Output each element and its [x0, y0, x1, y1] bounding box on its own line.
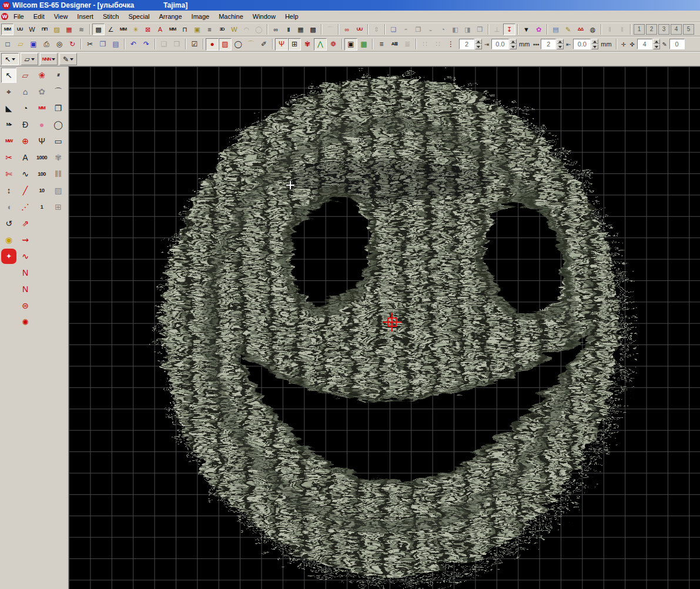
length-field[interactable]: 0.0 [573, 39, 591, 49]
line-red-tool[interactable]: ╱ [18, 183, 33, 198]
dash-red-tool[interactable]: ⇝ [18, 232, 33, 247]
flower-image-icon[interactable]: ❁ [327, 38, 340, 51]
select-mode-button[interactable]: ↖ [1, 53, 19, 65]
overlap-8-icon[interactable]: ❒ [474, 24, 486, 35]
group-button[interactable]: ❏ [158, 38, 170, 51]
ungroup-button[interactable]: ❒ [170, 38, 183, 51]
cut-button[interactable]: ✂ [83, 38, 96, 51]
menu-item-view[interactable]: View [50, 12, 72, 21]
length-spinner[interactable] [591, 39, 598, 49]
raised-satin-icon[interactable]: MM [166, 24, 179, 35]
photo-icon[interactable]: ▣ [344, 38, 357, 51]
motif-fill-icon[interactable]: ▩ [92, 24, 105, 35]
reshape-tool[interactable]: ▱ [18, 68, 33, 83]
thread-colors-tool[interactable]: ‖‖ [51, 166, 66, 182]
print-button[interactable]: ⎙ [40, 38, 53, 51]
thread-b-icon[interactable]: ‖ [616, 24, 628, 35]
arch-icon[interactable]: ⌒ [324, 24, 336, 35]
satin-fill-icon[interactable]: MM [1, 24, 14, 35]
column-stitch-icon[interactable]: ||| [282, 24, 294, 35]
copy-button[interactable]: ❐ [96, 38, 109, 51]
undo-button[interactable]: ↶ [127, 38, 140, 51]
n-open-tool[interactable]: N [18, 265, 33, 280]
window-5-icon[interactable]: 5 [683, 24, 694, 35]
zoom-1000-tool[interactable]: 1000 [34, 150, 49, 165]
menu-item-edit[interactable]: Edit [29, 12, 49, 21]
window-2-icon[interactable]: 2 [646, 24, 657, 35]
d-strike-tool[interactable]: Đ [18, 117, 33, 132]
chevron-down-icon[interactable] [12, 58, 15, 62]
spacing-field[interactable]: 0.0 [491, 39, 509, 49]
flower-tool[interactable]: ❀ [34, 68, 49, 83]
window-3-icon[interactable]: 3 [658, 24, 669, 35]
print-preview-button[interactable]: ◎ [53, 38, 66, 51]
thread-a-icon[interactable]: ‖ [604, 24, 616, 35]
layout-tool[interactable]: ⊞ [51, 199, 66, 215]
density-spinner[interactable] [557, 39, 564, 49]
overlap-6-icon[interactable]: ◧ [449, 24, 461, 35]
branching-icon[interactable]: ⊥ [491, 24, 503, 35]
arc-tool[interactable]: ⌒ [51, 84, 66, 99]
folder-edit-icon[interactable]: ✎ [562, 24, 574, 35]
disc-icon[interactable]: ◍ [587, 24, 599, 35]
overlap-3-icon[interactable]: ❐ [412, 24, 424, 35]
save-button[interactable]: ▣ [27, 38, 40, 51]
menu-item-special[interactable]: Special [124, 12, 153, 21]
tatami-fill-icon[interactable]: ▦ [63, 24, 75, 35]
grid-a-icon[interactable]: ∷ [418, 38, 431, 51]
spacing-spinner[interactable] [510, 39, 517, 49]
move-icon-b[interactable]: ✜ [628, 41, 637, 48]
star-fill-icon[interactable]: ✳ [129, 24, 142, 35]
mw-tool[interactable]: MW [1, 133, 16, 149]
zoom-10-tool[interactable]: 10 [34, 183, 49, 198]
overlap-1-icon[interactable]: ❏ [387, 24, 400, 35]
stitch-edit-mode-button[interactable]: NNN [40, 53, 58, 65]
weave-fill-icon[interactable]: ▦ [294, 24, 307, 35]
move-icon-a[interactable]: ✛ [619, 41, 628, 48]
pattern-box-icon[interactable]: ▣ [191, 24, 203, 35]
document-logo-icon[interactable]: W [1, 13, 8, 20]
pull-comp-spinner[interactable] [475, 39, 482, 49]
dots-column-icon[interactable]: ⋮ [444, 38, 457, 51]
grid-size-spinner[interactable] [653, 39, 660, 49]
new-button[interactable]: □ [1, 38, 14, 51]
menu-item-stitch[interactable]: Stitch [99, 12, 123, 21]
plaid-circle-tool[interactable]: ⊕ [18, 133, 33, 149]
arrows-red-tool[interactable]: ⇗ [18, 216, 33, 231]
chevron-down-icon[interactable] [70, 58, 73, 62]
outline-shape-icon[interactable]: ◯ [232, 38, 245, 51]
circle-stitch-tool[interactable]: ◔ [18, 101, 33, 116]
zoom-1-tool[interactable]: 1 [34, 199, 49, 215]
flip-page-tool[interactable]: ❐ [51, 101, 66, 116]
lasso-select-tool[interactable]: ⌖ [1, 84, 16, 99]
satin-shape-icon[interactable]: ● [206, 38, 219, 51]
open-button[interactable]: ▱ [14, 38, 27, 51]
applique-icon[interactable]: A [154, 24, 166, 35]
redo-button[interactable]: ↷ [140, 38, 153, 51]
reshape-mode-button[interactable]: ▱ [21, 53, 38, 65]
dense-satin-icon[interactable]: MM [117, 24, 129, 35]
select-tool[interactable]: ↖ [1, 68, 16, 83]
radial-tool[interactable]: ✺ [18, 314, 33, 330]
menu-item-machine[interactable]: Machine [215, 12, 247, 21]
n-filled-tool[interactable]: N [18, 282, 33, 297]
wave-fill-icon[interactable]: ≋ [75, 24, 88, 35]
chevron-down-icon[interactable] [52, 58, 55, 62]
paste-button[interactable]: ▤ [109, 38, 122, 51]
menu-item-help[interactable]: Help [281, 12, 303, 21]
menu-item-file[interactable]: File [9, 12, 28, 21]
orbit-tool[interactable]: ↺ [1, 216, 16, 231]
lettering-tool[interactable]: A [18, 150, 33, 165]
auto-letter-icon[interactable]: A≣ [388, 38, 401, 51]
flower-gray-tool[interactable]: ✿ [34, 84, 49, 99]
cross-stitch-icon[interactable]: ⊠ [142, 24, 154, 35]
grid-toggle-icon[interactable]: ⊞ [288, 38, 301, 51]
bracket-stitch-icon[interactable]: ⊓ [179, 24, 191, 35]
grid-b-icon[interactable]: ∷ [431, 38, 444, 51]
ring-stitch-icon[interactable]: ∞ [270, 24, 282, 35]
stop-tool[interactable]: ✦ [1, 249, 16, 264]
menu-item-window[interactable]: Window [249, 12, 280, 21]
slant-lines-tool[interactable]: /// [51, 68, 66, 83]
edge-field[interactable]: 0 [669, 39, 685, 49]
remove-overlap-icon[interactable]: ∞ [341, 24, 353, 35]
